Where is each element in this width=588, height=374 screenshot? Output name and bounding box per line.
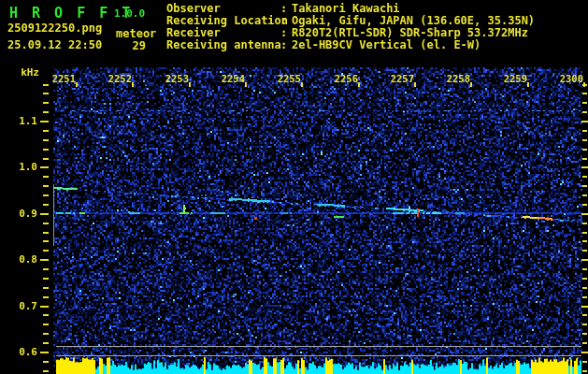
- separator: :: [280, 39, 292, 51]
- output-filename: 2509122250.png: [7, 22, 102, 35]
- freq-tick-label: 1.0: [2, 161, 37, 173]
- app-version: 1.0.0: [114, 7, 145, 20]
- time-tick-label: 2255: [265, 73, 301, 84]
- station-info-value: Ogaki, Gifu, JAPAN (136.60E, 35.35N): [292, 14, 535, 27]
- station-info-row: Receiving antenna:2el-HB9CV Vertical (el…: [166, 39, 480, 51]
- time-tick-label: 2252: [96, 73, 132, 84]
- freq-tick-label: 0.7: [2, 300, 37, 312]
- station-info-value: 2el-HB9CV Vertical (el. E-W): [292, 38, 480, 51]
- hrofft-window: H R O F F T 1.0.0 2509122250.png meteor …: [0, 0, 588, 374]
- time-tick-label: 2254: [209, 73, 245, 84]
- freq-unit-label: kHz: [2, 66, 39, 79]
- freq-tick-label: 0.6: [2, 346, 37, 358]
- echo-count: 29: [112, 39, 146, 52]
- station-info-label: Receiving antenna: [166, 39, 280, 51]
- freq-tick-label: 0.8: [2, 253, 37, 266]
- time-tick-label: 2251: [40, 73, 76, 84]
- spectrogram-canvas: [0, 0, 588, 374]
- time-tick-label: 2259: [492, 73, 527, 84]
- time-tick-label: 2300: [548, 73, 583, 84]
- mode-label: meteor: [116, 27, 156, 40]
- time-tick-label: 2253: [153, 73, 189, 84]
- freq-tick-label: 1.1: [2, 115, 37, 127]
- station-info-value: Takanori Kawachi: [292, 2, 400, 15]
- time-tick-label: 2258: [435, 73, 470, 84]
- freq-tick-label: 0.9: [2, 208, 37, 220]
- station-info-value: R820T2(RTL-SDR) SDR-Sharp 53.372MHz: [292, 26, 528, 39]
- time-tick-label: 2256: [323, 73, 358, 84]
- date-time: 25.09.12 22:50: [7, 38, 102, 51]
- time-tick-label: 2257: [379, 73, 414, 84]
